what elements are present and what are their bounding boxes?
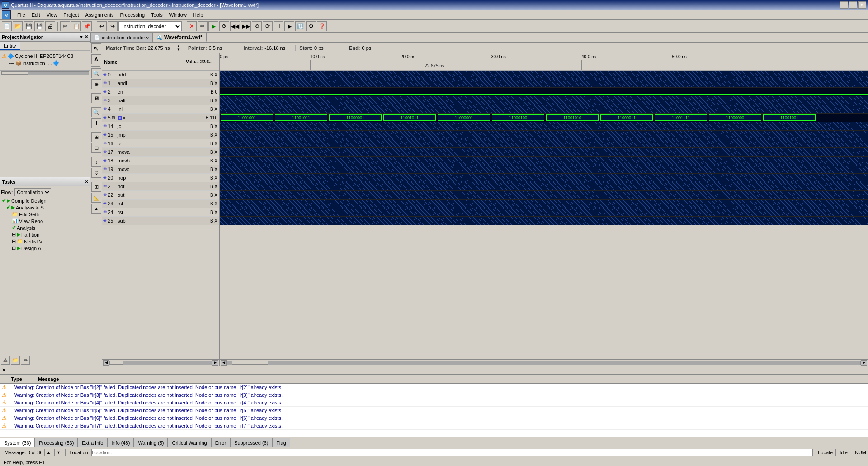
message-row-0[interactable]: ⚠Warning: Creation of Node or Bus "ir[2]… <box>0 384 868 391</box>
msg-tab-2[interactable]: Extra Info <box>78 438 107 447</box>
grid-tool[interactable]: ⊟ <box>91 143 101 153</box>
waveform-row-en[interactable] <box>220 88 868 96</box>
waveform-row-mova[interactable] <box>220 148 868 157</box>
waveform-row-rsr[interactable] <box>220 208 868 217</box>
title-buttons[interactable]: _ □ ✕ <box>840 1 866 9</box>
message-row-5[interactable]: ⚠Warning: Creation of Node or Bus "ir[7]… <box>0 422 868 430</box>
eye-icon-movb[interactable]: 👁 <box>103 158 107 163</box>
msg-tab-7[interactable]: Suppressed (6) <box>230 438 272 447</box>
up-arrow-tool[interactable]: ▲ <box>91 204 101 214</box>
menu-help[interactable]: Help <box>190 11 206 19</box>
locate-button[interactable]: Locate <box>815 449 836 456</box>
eye-icon-jc[interactable]: 👁 <box>103 124 107 128</box>
menu-processing[interactable]: Processing <box>118 11 147 19</box>
signal-name-row-en[interactable]: 👁2enB 0 <box>102 88 219 96</box>
redo-button[interactable]: ↪ <box>108 21 118 31</box>
waveform-row-jmp[interactable] <box>220 131 868 139</box>
eye-icon-mova[interactable]: 👁 <box>103 150 107 154</box>
save-all-button[interactable]: 💾 <box>34 21 44 31</box>
project-nav-close[interactable]: ▼ <box>79 34 84 39</box>
h-scrollbar[interactable] <box>1 71 89 75</box>
signal-name-row-movb[interactable]: 👁18movbB X <box>102 157 219 165</box>
signal-name-row-inl[interactable]: 👁4inlB X <box>102 105 219 114</box>
project-nav-pin[interactable]: ✕ <box>85 34 88 39</box>
menu-view[interactable]: View <box>44 11 60 19</box>
waveform-row-jc[interactable] <box>220 122 868 131</box>
msg-tab-8[interactable]: Flag <box>272 438 290 447</box>
left-scroll-thumb[interactable] <box>110 361 123 365</box>
find-tool[interactable]: 🔍 <box>91 107 101 117</box>
waveform-row-ir[interactable]: 1100100111001011110000011100101111000001… <box>220 114 868 122</box>
btn1[interactable]: ◀◀ <box>230 21 240 31</box>
eye-icon-add[interactable]: 👁 <box>103 72 107 77</box>
msg-down-btn[interactable]: ▼ <box>54 449 62 456</box>
signal-name-row-sub[interactable]: 👁25subB X <box>102 217 219 225</box>
tab-waveform[interactable]: 🌊 Waveform1.vwf* <box>153 33 207 42</box>
panel-icon-warn[interactable]: ⚠ <box>1 356 10 365</box>
btn8[interactable]: ⚙ <box>306 21 316 31</box>
msg-tab-6[interactable]: Error <box>211 438 230 447</box>
btn4[interactable]: ⟳ <box>263 21 273 31</box>
msg-up-btn[interactable]: ▲ <box>44 449 52 456</box>
waveform-row-movc[interactable] <box>220 165 868 174</box>
msg-tab-5[interactable]: Critical Warning <box>168 438 211 447</box>
bus-tool2[interactable]: ⇕ <box>91 168 101 178</box>
paste-button[interactable]: 📌 <box>82 21 92 31</box>
expand-icon-ir[interactable]: ⊞ <box>112 115 115 120</box>
waveform-row-notl[interactable] <box>220 182 868 191</box>
signal-name-row-jc[interactable]: 👁14jcB X <box>102 122 219 131</box>
signal-name-row-rsr[interactable]: 👁24rsrB X <box>102 208 219 217</box>
waveform-row-movb[interactable] <box>220 157 868 165</box>
task-analysis2[interactable]: ✔ Analysis <box>1 224 89 231</box>
signal-name-row-mova[interactable]: 👁17movaB X <box>102 148 219 157</box>
right-scroll-thumb[interactable] <box>232 361 268 365</box>
eye-icon-jz[interactable]: 👁 <box>103 141 107 146</box>
waveform-row-nop[interactable] <box>220 174 868 182</box>
messages-close[interactable]: ✕ <box>2 367 6 373</box>
rtl-button[interactable]: ⟳ <box>219 21 229 31</box>
signal-name-row-movc[interactable]: 👁19movcB X <box>102 165 219 174</box>
signal-name-row-notl[interactable]: 👁21notlB X <box>102 182 219 191</box>
task-edit-setti[interactable]: 📁 Edit Setti <box>1 211 89 218</box>
edit-button[interactable]: ✏ <box>198 21 208 31</box>
cut-button[interactable]: ✂ <box>60 21 70 31</box>
task-analysis[interactable]: ✔ ▶ Analysis & S <box>1 204 89 211</box>
eye-icon-halt[interactable]: 👁 <box>103 98 107 103</box>
waveform-row-sub[interactable] <box>220 217 868 225</box>
msg-tab-1[interactable]: Processing (53) <box>35 438 78 447</box>
eye-icon-outl[interactable]: 👁 <box>103 193 107 197</box>
menu-project[interactable]: Project <box>61 11 81 19</box>
module-dropdown[interactable]: instruction_decoder <box>118 21 182 31</box>
msg-tab-3[interactable]: Info (48) <box>107 438 134 447</box>
panel-icon-folder[interactable]: 📁 <box>11 356 20 365</box>
msg-tab-4[interactable]: Warning (5) <box>134 438 168 447</box>
right-scroll-track[interactable] <box>227 361 861 365</box>
btn2[interactable]: ▶▶ <box>241 21 251 31</box>
minimize-button[interactable]: _ <box>840 1 848 9</box>
signal-name-row-jz[interactable]: 👁16jzB X <box>102 139 219 148</box>
save-button[interactable]: 💾 <box>24 21 33 31</box>
fit-tool[interactable]: ⊕ <box>91 79 101 89</box>
menu-edit[interactable]: Edit <box>29 11 43 19</box>
message-row-1[interactable]: ⚠Warning: Creation of Node or Bus "ir[3]… <box>0 391 868 399</box>
signal-name-row-ir[interactable]: 👁5⊞BirB 110 <box>102 114 219 122</box>
message-row-2[interactable]: ⚠Warning: Creation of Node or Bus "ir[4]… <box>0 399 868 407</box>
eye-icon-en[interactable]: 👁 <box>103 90 107 94</box>
tasks-close[interactable]: ✕ <box>85 179 88 184</box>
scroll-right-left[interactable]: ▶ <box>212 360 218 366</box>
module-tree-item[interactable]: └─ 📦 instruction_... 🔷 <box>2 60 88 67</box>
waveform-row-halt[interactable] <box>220 96 868 105</box>
signal-name-row-rsl[interactable]: 👁23rslB X <box>102 200 219 208</box>
signal-name-row-halt[interactable]: 👁3haltB X <box>102 96 219 105</box>
scroll-left-wf[interactable]: ◀ <box>221 360 227 366</box>
copy-button[interactable]: 📋 <box>71 21 81 31</box>
waveform-row-outl[interactable] <box>220 191 868 200</box>
eye-icon-rsr[interactable]: 👁 <box>103 210 107 214</box>
eye-icon-jmp[interactable]: 👁 <box>103 133 107 137</box>
signal-name-row-andl[interactable]: 👁1andlB X <box>102 79 219 88</box>
waveform-row-andl[interactable] <box>220 79 868 88</box>
panel-icon-edit[interactable]: ✏ <box>21 356 30 365</box>
menu-window[interactable]: Window <box>166 11 189 19</box>
task-design-a[interactable]: ⊞ ▶ Design A <box>1 245 89 252</box>
eye-icon-notl[interactable]: 👁 <box>103 184 107 189</box>
